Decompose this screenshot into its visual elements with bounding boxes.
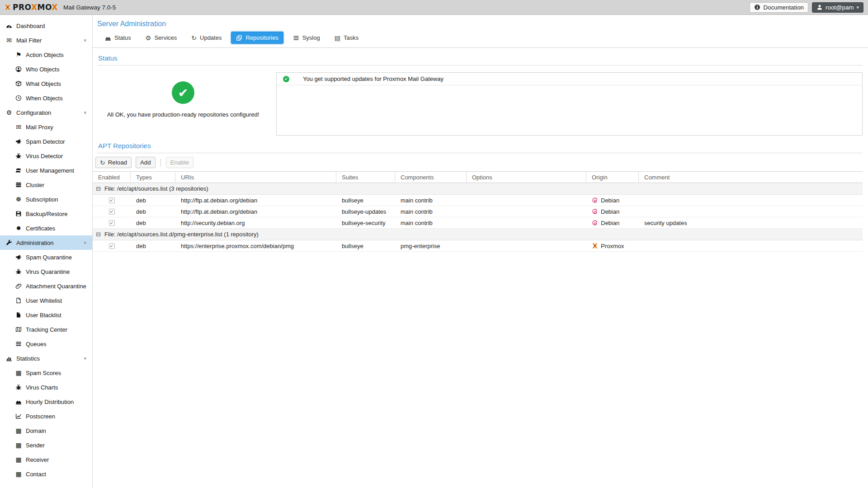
sidebar-item-statistics[interactable]: Statistics▾: [0, 351, 92, 366]
sidebar-item-label: Statistics: [16, 355, 40, 362]
sidebar-item-configuration[interactable]: ⚙Configuration▾: [0, 105, 92, 120]
table-row[interactable]: ✔debhttp://ftp.at.debian.org/debianbulls…: [93, 195, 863, 206]
sidebar-item-certificates[interactable]: ✹Certificates: [0, 221, 92, 235]
sidebar-item-label: Virus Quarantine: [26, 268, 70, 275]
tab-repositories[interactable]: Repositories: [231, 32, 283, 44]
sidebar-item-domain[interactable]: ▦Domain: [0, 423, 92, 438]
sidebar-item-administration[interactable]: Administration▾: [0, 235, 92, 250]
chevron-down-icon[interactable]: ▾: [84, 240, 86, 246]
sidebar-item-postscreen[interactable]: Postscreen: [0, 409, 92, 423]
tab-label: Syslog: [302, 34, 320, 41]
cell-origin: Debian: [586, 208, 639, 215]
column-header-options[interactable]: Options: [467, 172, 586, 183]
cell-origin: Debian: [586, 220, 639, 226]
file-solid-icon: [15, 312, 22, 318]
collapse-icon[interactable]: ⊟: [96, 186, 101, 192]
sidebar-item-backup-restore[interactable]: Backup/Restore: [0, 206, 92, 221]
sidebar-item-action-objects[interactable]: ⚑Action Objects: [0, 47, 92, 62]
enable-button[interactable]: Enable: [166, 157, 194, 168]
sidebar-item-label: Virus Detector: [26, 153, 63, 160]
chevron-down-icon[interactable]: ▾: [84, 356, 86, 361]
sidebar-item-attachment-quarantine[interactable]: Attachment Quarantine: [0, 279, 92, 293]
enabled-checkbox[interactable]: ✔: [109, 209, 115, 215]
column-header-uri[interactable]: URIs: [175, 172, 336, 183]
cell-types: deb: [131, 220, 175, 226]
sidebar-item-label: Who Objects: [26, 66, 59, 73]
column-header-suite[interactable]: Suites: [336, 172, 395, 183]
add-button[interactable]: Add: [136, 157, 156, 168]
column-header-types[interactable]: Types: [131, 172, 175, 183]
origin: Debian: [592, 208, 619, 215]
map-icon: [15, 326, 22, 333]
tab-syslog[interactable]: Syslog: [288, 32, 325, 44]
tab-status[interactable]: Status: [100, 32, 136, 44]
sidebar-item-tracking-center[interactable]: Tracking Center: [0, 322, 92, 337]
sidebar-item-receiver[interactable]: ▦Receiver: [0, 452, 92, 467]
sidebar-item-spam-quarantine[interactable]: Spam Quarantine: [0, 250, 92, 264]
sidebar-item-contact[interactable]: ▦Contact: [0, 467, 92, 481]
sidebar-item-mail-proxy[interactable]: ✉Mail Proxy: [0, 120, 92, 134]
sidebar-item-sender[interactable]: ▦Sender: [0, 438, 92, 452]
chevron-down-icon[interactable]: ▾: [84, 38, 86, 43]
sidebar-item-label: Queues: [26, 341, 47, 347]
sidebar-item-virus-charts[interactable]: Virus Charts: [0, 380, 92, 394]
sidebar-item-label: Mail Filter: [16, 37, 42, 44]
main-panel: Server Administration Status⚙Services↻Up…: [93, 15, 868, 488]
collapse-icon[interactable]: ⊟: [96, 231, 101, 237]
table-icon: ▦: [15, 427, 21, 434]
sidebar-item-spam-scores[interactable]: ▦Spam Scores: [0, 366, 92, 380]
tab-label: Tasks: [344, 34, 359, 41]
sidebar-item-label: Receiver: [26, 456, 49, 463]
cell-components: main contrib: [395, 208, 467, 215]
chevron-down-icon[interactable]: ▾: [84, 110, 86, 116]
sidebar-item-label: User Blacklist: [26, 312, 61, 319]
debian-icon: [592, 197, 598, 203]
column-header-components[interactable]: Components: [395, 172, 467, 183]
sidebar-item-subscription[interactable]: ☸Subscription: [0, 192, 92, 206]
chevron-down-icon: ▾: [856, 5, 859, 10]
sidebar-item-virus-quarantine[interactable]: Virus Quarantine: [0, 264, 92, 279]
sidebar-item-cluster[interactable]: Cluster: [0, 178, 92, 192]
sidebar-item-spam-detector[interactable]: Spam Detector: [0, 134, 92, 149]
tab-services[interactable]: ⚙Services: [141, 32, 182, 44]
column-header-enabled[interactable]: Enabled: [93, 172, 131, 183]
tab-tasks[interactable]: ▤Tasks: [330, 32, 363, 44]
grid-group-row[interactable]: ⊟File: /etc/apt/sources.list.d/pmg-enter…: [93, 229, 863, 240]
enabled-checkbox[interactable]: ✔: [109, 243, 115, 249]
sidebar-item-queues[interactable]: Queues: [0, 337, 92, 351]
status-section: ✔ All OK, you have production-ready repo…: [93, 71, 868, 136]
group-file-label: File: /etc/apt/sources.list (3 repositor…: [104, 185, 208, 192]
documentation-button[interactable]: Documentation: [750, 2, 808, 13]
grid-group-row[interactable]: ⊟File: /etc/apt/sources.list (3 reposito…: [93, 183, 863, 195]
tab-updates[interactable]: ↻Updates: [186, 32, 226, 44]
sidebar-item-when-objects[interactable]: When Objects: [0, 91, 92, 105]
user-menu-button[interactable]: root@pam ▾: [812, 2, 863, 13]
sidebar-item-dashboard[interactable]: Dashboard: [0, 19, 92, 33]
sidebar-item-label: Contact: [26, 471, 46, 478]
sidebar-item-virus-detector[interactable]: Virus Detector: [0, 149, 92, 163]
column-header-origin[interactable]: Origin: [586, 172, 639, 183]
table-row[interactable]: ✔debhttp://security.debian.orgbullseye-s…: [93, 217, 863, 229]
sidebar-item-label: What Objects: [26, 80, 61, 87]
sidebar-item-what-objects[interactable]: What Objects: [0, 76, 92, 91]
enabled-checkbox[interactable]: ✔: [109, 220, 115, 226]
proxmox-icon: [592, 243, 598, 249]
table-icon: ▦: [15, 456, 21, 463]
top-bar: PROXMOX Mail Gateway 7.0-5 Documentation…: [0, 0, 868, 15]
sidebar-item-mail-filter[interactable]: ✉Mail Filter▾: [0, 33, 92, 47]
gears-icon: ⚙: [146, 35, 151, 41]
reload-button[interactable]: ↻Reload: [95, 157, 132, 168]
sidebar-item-who-objects[interactable]: Who Objects: [0, 62, 92, 76]
table-row[interactable]: ✔debhttp://ftp.at.debian.org/debianbulls…: [93, 206, 863, 217]
column-header-comment[interactable]: Comment: [639, 172, 863, 183]
sidebar-item-hourly-distribution[interactable]: Hourly Distribution: [0, 394, 92, 409]
status-detail-row[interactable]: ✔You get supported updates for Proxmox M…: [277, 73, 862, 85]
bar-chart-icon: [6, 355, 12, 361]
debian-icon: [592, 208, 598, 215]
button-label: Add: [140, 159, 151, 166]
sidebar-item-user-blacklist[interactable]: User Blacklist: [0, 308, 92, 322]
sidebar-item-user-management[interactable]: User Management: [0, 163, 92, 178]
table-row[interactable]: ✔debhttps://enterprise.proxmox.com/debia…: [93, 240, 863, 252]
enabled-checkbox[interactable]: ✔: [109, 197, 115, 203]
sidebar-item-user-whitelist[interactable]: User Whitelist: [0, 293, 92, 308]
